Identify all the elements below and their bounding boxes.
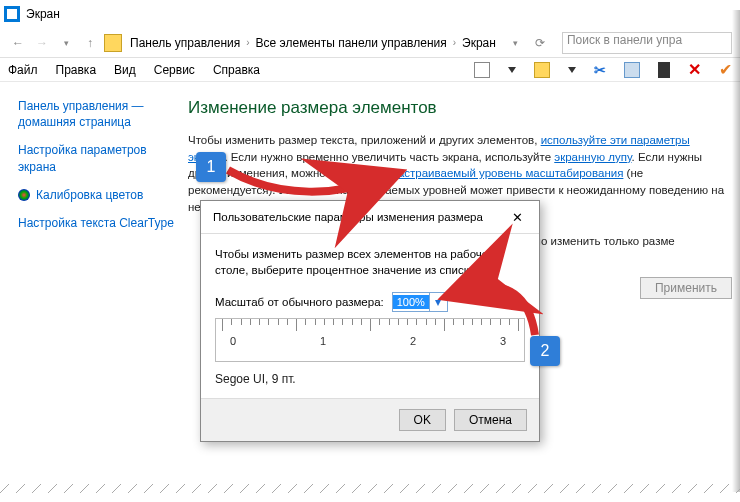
scale-combobox[interactable]: 100% ▾ [392, 292, 448, 312]
dropdown-icon[interactable] [508, 67, 516, 73]
recent-locations-button[interactable]: ▾ [56, 33, 76, 53]
ok-button[interactable]: OK [399, 409, 446, 431]
menu-help[interactable]: Справка [213, 63, 260, 77]
crumb-all-items[interactable]: Все элементы панели управления [256, 36, 447, 50]
display-app-icon [4, 6, 20, 22]
sidebar-home[interactable]: Панель управления — домашняя страница [18, 98, 188, 130]
sidebar-calibrate-colors[interactable]: Калибровка цветов [18, 187, 188, 203]
crumb-display[interactable]: Экран [462, 36, 496, 50]
dropdown-icon[interactable] [568, 67, 576, 73]
check-icon[interactable]: ✔ [719, 60, 732, 79]
scale-value: 100% [393, 295, 429, 309]
breadcrumb[interactable]: Панель управления › Все элементы панели … [130, 36, 496, 50]
forward-button[interactable]: → [32, 33, 52, 53]
apply-button[interactable]: Применить [640, 277, 732, 299]
dialog-title-text: Пользовательские параметры изменения раз… [213, 211, 483, 223]
copy-icon[interactable] [624, 62, 640, 78]
step-badge-2: 2 [530, 336, 560, 366]
step-badge-1: 1 [196, 152, 226, 182]
sidebar-cleartype[interactable]: Настройка текста ClearType [18, 215, 188, 231]
refresh-button[interactable]: ⟳ [530, 33, 550, 53]
back-button[interactable]: ← [8, 33, 28, 53]
ruler[interactable]: 0 1 2 3 [215, 318, 525, 362]
torn-edge [0, 484, 740, 502]
dialog-titlebar[interactable]: Пользовательские параметры изменения раз… [201, 201, 539, 234]
address-bar: ← → ▾ ↑ Панель управления › Все элементы… [0, 28, 740, 58]
titlebar: Экран [0, 0, 740, 28]
menu-view[interactable]: Вид [114, 63, 136, 77]
page-heading: Изменение размера элементов [188, 98, 732, 118]
menu-service[interactable]: Сервис [154, 63, 195, 77]
dialog-instructions: Чтобы изменить размер всех элементов на … [215, 246, 525, 278]
layout-icon[interactable] [474, 62, 490, 78]
link-magnifier[interactable]: экранную лупу [554, 151, 631, 163]
up-button[interactable]: ↑ [80, 33, 100, 53]
close-button[interactable]: ✕ [503, 207, 531, 227]
dropdown-button[interactable]: ▾ [506, 33, 526, 53]
chevron-down-icon[interactable]: ▾ [429, 293, 447, 311]
clipboard-icon[interactable] [658, 62, 670, 78]
folder-icon[interactable] [534, 62, 550, 78]
scissors-icon[interactable]: ✂ [594, 62, 606, 78]
menu-file[interactable]: Файл [8, 63, 38, 77]
window-title: Экран [26, 7, 60, 21]
sidebar: Панель управления — домашняя страница На… [18, 98, 188, 299]
cancel-button[interactable]: Отмена [454, 409, 527, 431]
scale-label: Масштаб от обычного размера: [215, 296, 384, 308]
search-input[interactable]: Поиск в панели упра [562, 32, 732, 54]
crumb-control-panel[interactable]: Панель управления [130, 36, 240, 50]
sidebar-display-params[interactable]: Настройка параметров экрана [18, 142, 188, 174]
chevron-right-icon: › [453, 37, 456, 48]
delete-icon[interactable]: ✕ [688, 60, 701, 79]
menu-edit[interactable]: Правка [56, 63, 97, 77]
font-sample: Segoe UI, 9 пт. [215, 372, 525, 386]
custom-sizing-dialog: Пользовательские параметры изменения раз… [200, 200, 540, 442]
chevron-right-icon: › [246, 37, 249, 48]
link-custom-scaling[interactable]: установить настраиваемый уровень масштаб… [329, 167, 624, 179]
path-icon [104, 34, 122, 52]
menubar: Файл Правка Вид Сервис Справка ✂ ✕ ✔ [0, 58, 740, 82]
